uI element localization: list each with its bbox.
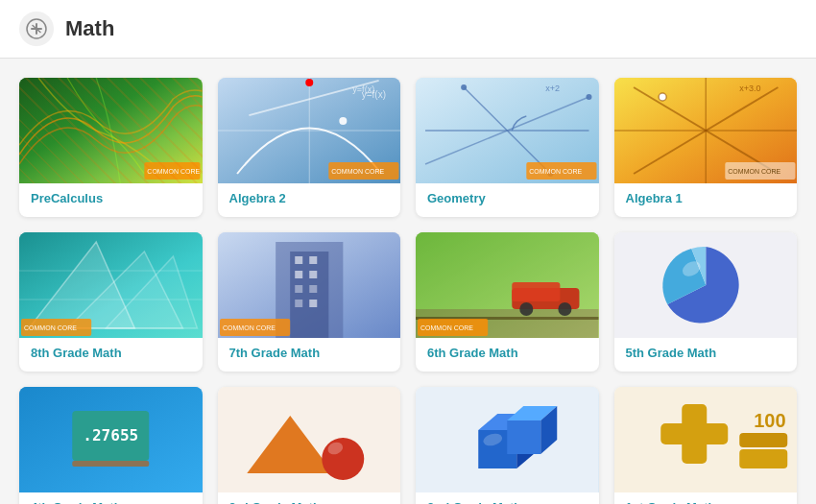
svg-text:100: 100 — [754, 410, 785, 431]
course-card-algebra2[interactable]: COMMON CORE y=f(x) Algebra 2 — [218, 78, 401, 217]
svg-point-8 — [339, 117, 347, 125]
course-grid: COMMON CORE PreCalculus — [0, 59, 816, 504]
course-card-8th-grade[interactable]: COMMON CORE 8th Grade Math — [19, 232, 203, 372]
svg-point-27 — [659, 93, 666, 101]
svg-text:COMMON CORE: COMMON CORE — [529, 168, 582, 175]
svg-text:COMMON CORE: COMMON CORE — [24, 324, 77, 331]
svg-text:COMMON CORE: COMMON CORE — [728, 168, 780, 175]
svg-rect-1 — [19, 78, 203, 183]
course-label-6th-grade: 6th Grade Math — [416, 338, 599, 372]
svg-text:y=f(x): y=f(x) — [352, 84, 374, 94]
course-card-5th-grade[interactable]: 5th Grade Math — [614, 232, 798, 372]
math-icon — [19, 12, 54, 46]
course-thumbnail-2nd-grade — [416, 387, 599, 492]
svg-text:.27655: .27655 — [83, 426, 138, 444]
svg-point-70 — [322, 438, 364, 480]
course-label-2nd-grade: 2nd Grade Math — [416, 492, 599, 504]
course-label-4th-grade: 4th Grade Math — [19, 492, 203, 504]
course-card-precalculus[interactable]: COMMON CORE PreCalculus — [19, 78, 203, 217]
course-card-3rd-grade[interactable]: 3rd Grade Math — [218, 387, 401, 504]
svg-rect-41 — [290, 252, 328, 338]
course-card-4th-grade[interactable]: .27655 4th Grade Math — [19, 387, 203, 504]
svg-rect-42 — [295, 256, 302, 264]
course-thumbnail-4th-grade: .27655 — [19, 387, 203, 492]
page-title: Math — [65, 16, 114, 41]
course-label-algebra1: Algebra 1 — [614, 183, 798, 217]
svg-text:COMMON CORE: COMMON CORE — [331, 168, 384, 175]
course-card-1st-grade[interactable]: 100 1st Grade Math — [614, 387, 798, 504]
svg-rect-57 — [512, 282, 560, 301]
svg-point-59 — [558, 302, 571, 316]
svg-text:COMMON CORE: COMMON CORE — [147, 168, 200, 175]
svg-text:COMMON CORE: COMMON CORE — [223, 324, 276, 331]
course-thumbnail-geometry: COMMON CORE x+2 — [416, 78, 599, 183]
svg-rect-48 — [295, 300, 302, 307]
course-thumbnail-7th-grade: COMMON CORE — [218, 232, 401, 338]
course-label-geometry: Geometry — [416, 183, 599, 217]
course-thumbnail-algebra2: COMMON CORE y=f(x) — [218, 78, 401, 183]
course-label-algebra2: Algebra 2 — [218, 183, 401, 217]
svg-rect-47 — [309, 285, 317, 293]
svg-rect-67 — [72, 461, 149, 467]
svg-rect-76 — [507, 420, 540, 454]
course-card-2nd-grade[interactable]: 2nd Grade Math — [416, 387, 599, 504]
svg-rect-44 — [295, 271, 302, 278]
svg-rect-46 — [295, 285, 302, 293]
course-card-geometry[interactable]: COMMON CORE x+2 Geometry — [416, 78, 599, 217]
course-thumbnail-algebra1: COMMON CORE x+3.0 — [614, 78, 798, 183]
svg-rect-43 — [309, 256, 317, 264]
svg-rect-68 — [218, 387, 400, 492]
page-header: Math — [0, 0, 816, 59]
course-thumbnail-5th-grade — [614, 232, 798, 338]
course-label-precalculus: PreCalculus — [19, 183, 203, 217]
svg-rect-83 — [739, 449, 787, 468]
course-thumbnail-6th-grade: COMMON CORE — [416, 232, 599, 338]
course-thumbnail-8th-grade: COMMON CORE — [19, 232, 203, 338]
course-card-6th-grade[interactable]: COMMON CORE 6th Grade Math — [416, 232, 599, 372]
svg-point-18 — [586, 94, 591, 100]
course-thumbnail-1st-grade: 100 — [614, 387, 798, 492]
course-label-5th-grade: 5th Grade Math — [614, 338, 798, 372]
svg-text:COMMON CORE: COMMON CORE — [420, 324, 473, 331]
svg-rect-84 — [739, 433, 787, 447]
course-thumbnail-3rd-grade — [218, 387, 401, 492]
svg-point-16 — [461, 84, 467, 90]
course-label-7th-grade: 7th Grade Math — [218, 338, 401, 372]
svg-rect-45 — [309, 271, 317, 278]
course-label-3rd-grade: 3rd Grade Math — [218, 492, 401, 504]
course-label-8th-grade: 8th Grade Math — [19, 338, 203, 372]
svg-text:x+3.0: x+3.0 — [739, 84, 760, 93]
svg-text:x+2: x+2 — [545, 84, 560, 93]
svg-rect-2 — [144, 162, 200, 180]
course-label-1st-grade: 1st Grade Math — [614, 492, 798, 504]
course-card-7th-grade[interactable]: COMMON CORE 7th Grade Math — [218, 232, 401, 372]
svg-rect-82 — [682, 404, 707, 464]
course-card-algebra1[interactable]: COMMON CORE x+3.0 Algebra 1 — [614, 78, 798, 217]
course-thumbnail-precalculus: COMMON CORE — [19, 78, 203, 183]
svg-point-58 — [519, 302, 533, 316]
svg-point-7 — [305, 79, 313, 86]
svg-rect-49 — [309, 300, 317, 307]
